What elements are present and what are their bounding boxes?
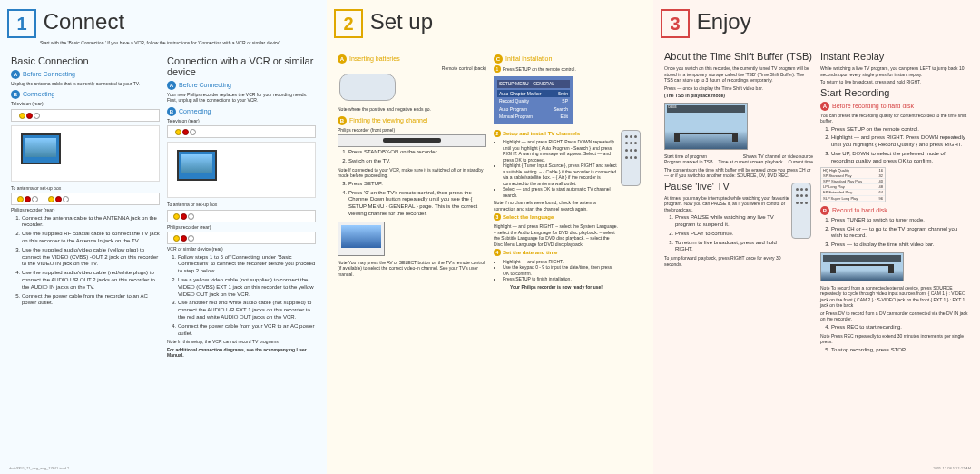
setup-c-head: CInitial installation xyxy=(494,54,642,64)
vcr-note: Note In this setup, the VCR cannot recor… xyxy=(167,339,316,345)
col1-header: 1 Connect xyxy=(7,9,319,38)
setup-b-head: BFinding the viewing channel xyxy=(338,116,486,125)
record-note-c: Note Press REC repeatedly to extend 30 m… xyxy=(820,333,969,345)
sub4-steps: Highlight — and press RIGHT. Use the key… xyxy=(494,259,619,282)
basic-steps: Connect the antenna cable to the ANTENNA… xyxy=(11,215,160,308)
vcr-wiring-diagram xyxy=(167,142,316,198)
tv-icon xyxy=(21,133,61,164)
remote-sidebar-2 xyxy=(789,181,813,270)
footer-right: 2005-12-08 5:17:27 AM xyxy=(933,466,971,470)
vcr-a-text: Your new Philips recorder replaces the V… xyxy=(167,92,316,104)
remote-back-icon xyxy=(339,74,396,101)
vcr-heading: Connection with a VCR or similar device xyxy=(167,55,316,77)
col2-header: 2 Set up xyxy=(334,9,646,38)
ready-text: Your Philips recorder is now ready for u… xyxy=(494,284,619,291)
diagram-rec-label: Philips recorder (rear) xyxy=(11,207,160,213)
column-enjoy: 3 Enjoy About the Time Shift Buffer (TSB… xyxy=(653,0,980,474)
remote-icon xyxy=(621,130,641,186)
tsb-bar-icon: CH003 xyxy=(667,105,745,113)
tv-rear-connectors xyxy=(11,109,160,122)
dvd-front-icon xyxy=(338,134,486,147)
replay-p1: While watching a live TV program, you ca… xyxy=(820,65,969,77)
pause-heading: Pause 'live' TV xyxy=(664,181,789,192)
record-heading: Start Recording xyxy=(820,87,969,98)
vcr-rec-connectors xyxy=(167,210,316,222)
menu-title: SETUP MENU - GENERAL xyxy=(497,80,570,88)
col1-title: Connect xyxy=(44,9,124,35)
sub2-steps: Highlight — and press RIGHT. Press DOWN … xyxy=(494,139,619,198)
pause-steps: Press PAUSE while watching any live TV p… xyxy=(664,214,789,253)
tsb-thumbnail: CH003 xyxy=(664,103,748,150)
vcr-device-connectors xyxy=(167,232,316,244)
vcr-vcr-label: VCR or similar device (rear) xyxy=(167,246,316,252)
step-number-1: 1 xyxy=(7,9,36,38)
vcr-a-head: ABefore Connecting xyxy=(167,81,316,90)
record-b-steps: Press TUNER to switch to tuner mode. Pre… xyxy=(820,217,969,249)
setup-b-vcr-note: Note If connected to your VCR, make sure… xyxy=(338,167,486,179)
vcr-tv-connectors xyxy=(167,125,316,138)
setup-a-head: AInserting batteries xyxy=(338,54,486,64)
record-a-p1: You can preset the recording quality for… xyxy=(820,113,969,124)
vcr-tv-label: Television (rear) xyxy=(167,118,316,124)
footer-left: dvdr3355_71_qsg_eng_17841.indd 2 xyxy=(9,466,69,470)
pause-p1: At times, you may be interrupted while w… xyxy=(664,195,789,213)
pause-tip: To jump forward playback, press RIGHT on… xyxy=(664,255,789,267)
basic-b-head: BConnecting xyxy=(11,90,160,99)
record-a-steps: Press SETUP on the remote control. Highl… xyxy=(820,126,969,165)
recorder-rear-connectors xyxy=(11,193,160,205)
vcr-connection-section: Connection with a VCR or similar device … xyxy=(163,55,319,360)
basic-a-head: ABefore Connecting xyxy=(11,70,160,79)
diagram-ant-label: To antenna or set-up box xyxy=(11,185,160,192)
setup-menu-general: SETUP MENU - GENERAL Auto Chapter Marker… xyxy=(494,76,573,124)
record-a-head: ABefore recording to hard disk xyxy=(820,102,969,111)
basic-wiring-diagram xyxy=(11,125,160,182)
sub2-note: Note If no channels were found, check th… xyxy=(494,200,619,212)
step-number-2: 2 xyxy=(334,9,363,38)
column-connect: 1 Connect Start with the 'Basic Connecti… xyxy=(0,0,327,474)
record-note-a: Note To record from a connected external… xyxy=(820,285,969,309)
battery-note: Note where the positive and negative end… xyxy=(338,106,486,113)
setup-b-steps: Press STANDBY-ON on the recorder. Switch… xyxy=(338,149,486,165)
tsb-p3: The contents on the time shift buffer wi… xyxy=(664,167,813,179)
column-setup: 2 Set up AInserting batteries Remote con… xyxy=(327,0,653,474)
vcr-steps: Follow steps 1 to 5 of 'Connecting' unde… xyxy=(167,254,316,338)
dvd-front-label: Philips recorder (front panel) xyxy=(338,127,486,133)
setup-c-step1: 1Press SETUP on the remote control. xyxy=(494,65,642,73)
basic-a-text: Unplug the antenna cable that is current… xyxy=(11,81,160,87)
sub3-step: Highlight — and press RIGHT. – select th… xyxy=(494,223,619,247)
basic-connection-section: Basic Connection ABefore Connecting Unpl… xyxy=(7,55,163,360)
step-number-3: 3 xyxy=(661,9,690,38)
small-tv-icon xyxy=(338,222,385,256)
remote-icon xyxy=(791,183,811,239)
record-note-b: or Press DV to record from a DV camcorde… xyxy=(820,311,969,322)
col1-subtitle: Start with the 'Basic Connection.' If yo… xyxy=(40,40,319,46)
remote-sidebar xyxy=(619,128,642,292)
setup-b-steps2: Press SETUP. Press '0' on the TV's remot… xyxy=(338,181,486,218)
page-root: 1 Connect Start with the 'Basic Connecti… xyxy=(0,0,980,474)
tsb-heading: About the Time Shift Buffer (TSB) xyxy=(664,51,813,62)
record-quality-table: HQ High Quality16 SP Standard Play32 SPP… xyxy=(820,167,886,202)
vcr-rec-label: Philips recorder (rear) xyxy=(167,224,316,231)
vcr-b-head: BConnecting xyxy=(167,107,316,116)
replay-p2: To return to live broadcast, press and h… xyxy=(820,79,969,85)
col3-header: 3 Enjoy xyxy=(661,9,973,38)
replay-heading: Instant Replay xyxy=(820,51,969,62)
tv-icon xyxy=(177,150,217,181)
tsb-p1: Once you switch on this recorder, the cu… xyxy=(664,65,813,84)
tsb-bar-title: (The TSB in playback mode) xyxy=(664,93,813,99)
sub2-title: 2Setup and install TV channels xyxy=(494,130,619,138)
record-b-head: BRecord to hard disk xyxy=(820,206,969,215)
vcr-footer: For additional connection diagrams, see … xyxy=(167,347,316,359)
setup-b-tv-note: Note You may press the AV or SELECT butt… xyxy=(338,260,486,278)
tsb-p2: Press — once to display the Time Shift v… xyxy=(664,85,813,92)
bridge-icon xyxy=(674,133,738,142)
basic-heading: Basic Connection xyxy=(11,55,160,66)
col3-title: Enjoy xyxy=(697,9,751,35)
record-thumbnail xyxy=(820,252,904,281)
diagram-tv-label: Television (rear) xyxy=(11,101,160,107)
rc-back-label: Remote control (back) xyxy=(338,65,486,72)
sub4-title: 4Set the date and time xyxy=(494,249,619,257)
vcr-ant-label: To antenna or set-up box xyxy=(167,202,316,208)
record-b-steps2: Press REC to start recording. xyxy=(820,324,969,331)
col2-title: Set up xyxy=(370,9,433,35)
